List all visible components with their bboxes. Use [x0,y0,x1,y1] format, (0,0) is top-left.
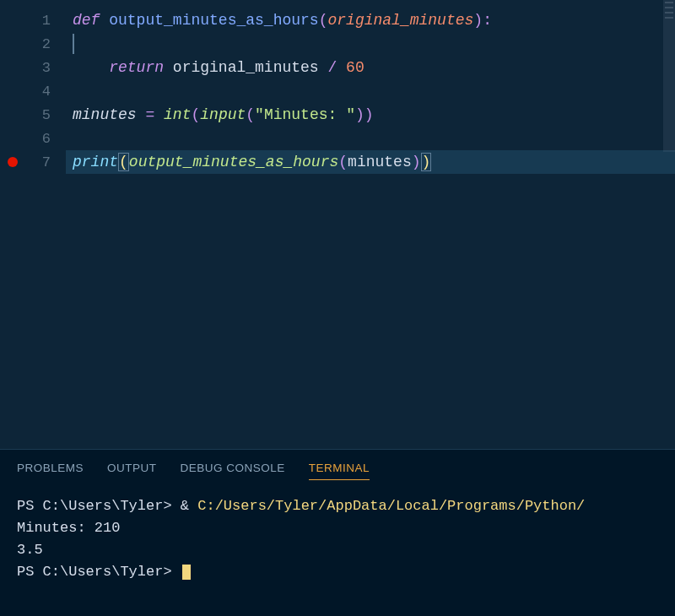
bottom-panel: PROBLEMS OUTPUT DEBUG CONSOLE TERMINAL P… [0,449,675,616]
terminal-prompt: PS C:\Users\Tyler> [17,498,181,514]
panel-tabs: PROBLEMS OUTPUT DEBUG CONSOLE TERMINAL [0,450,675,487]
terminal-content[interactable]: PS C:\Users\Tyler> & C:/Users/Tyler/AppD… [0,487,675,616]
code-line[interactable] [66,32,675,56]
code-line[interactable]: def output_minutes_as_hours(original_min… [66,8,675,32]
terminal-output: Minutes: 210 [17,517,658,539]
tab-problems[interactable]: PROBLEMS [17,462,84,480]
breakpoint-gutter[interactable] [0,8,25,449]
terminal-command: C:/Users/Tyler/AppData/Local/Programs/Py… [197,498,585,514]
terminal-output: 3.5 [17,539,658,561]
line-number: 2 [25,36,66,52]
code-line[interactable] [66,127,675,150]
line-number: 4 [25,84,66,100]
code-area[interactable]: def output_minutes_as_hours(original_min… [66,8,675,449]
code-line[interactable]: print(output_minutes_as_hours(minutes)) [66,150,675,174]
code-line[interactable] [66,79,675,103]
tab-debug-console[interactable]: DEBUG CONSOLE [181,462,285,480]
tab-output[interactable]: OUTPUT [107,462,157,480]
line-number: 1 [25,13,66,29]
terminal-prompt: PS C:\Users\Tyler> [17,564,181,580]
line-number-gutter[interactable]: 1 2 3 4 5 6 7 [25,8,66,449]
line-number: 6 [25,131,66,147]
breakpoint-icon[interactable] [8,157,18,167]
code-line[interactable]: return original_minutes / 60 [66,56,675,79]
line-number: 3 [25,60,66,76]
terminal-cursor-icon [182,565,191,580]
line-number: 5 [25,107,66,123]
code-line[interactable]: minutes = int(input("Minutes: ")) [66,103,675,127]
editor-scrollbar[interactable] [663,0,675,152]
line-number: 7 [25,154,66,170]
tab-terminal[interactable]: TERMINAL [309,462,370,480]
editor-pane[interactable]: 1 2 3 4 5 6 7 def output_minutes_as_hour… [0,0,675,449]
